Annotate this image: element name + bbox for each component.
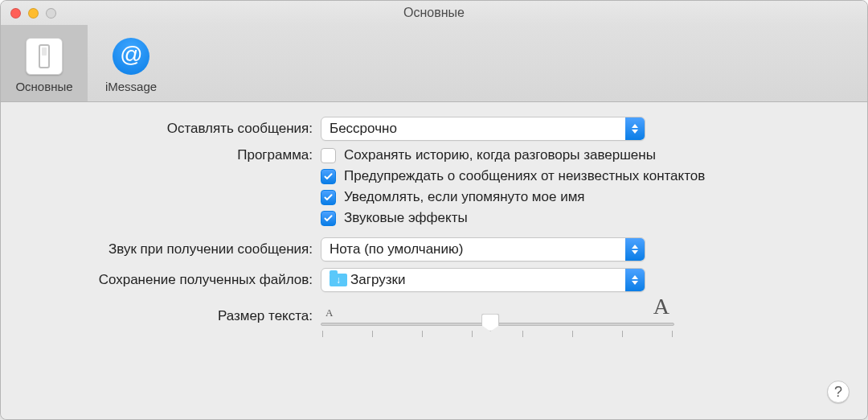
general-preferences-icon [26,38,63,75]
save-files-select[interactable]: Загрузки [321,268,645,292]
folder-icon [330,274,347,286]
tab-general[interactable]: Основные [1,25,88,101]
slider-ticks [321,331,674,337]
check-icon [323,171,334,182]
keep-messages-select[interactable]: Бессрочно [321,117,645,141]
preferences-content: Оставлять сообщения: Бессрочно Программа… [1,102,867,419]
save-files-value: Загрузки [350,272,405,288]
text-size-small-icon: A [326,307,333,318]
window-controls [10,8,56,19]
tab-general-label: Основные [15,80,72,93]
preferences-toolbar: Основные @ iMessage [1,25,867,102]
text-size-slider[interactable]: A A [321,305,674,337]
application-label: Программа: [20,147,321,163]
save-history-label[interactable]: Сохранять историю, когда разговоры завер… [344,147,656,163]
notify-mention-checkbox[interactable] [321,190,336,205]
zoom-window-button[interactable] [46,8,56,19]
warn-unknown-label[interactable]: Предупреждать о сообщениях от неизвестны… [344,168,705,184]
text-size-label: Размер текста: [20,305,321,324]
keep-messages-label: Оставлять сообщения: [20,121,321,137]
warn-unknown-checkbox[interactable] [321,169,336,184]
select-stepper-icon [625,117,645,140]
question-mark-icon: ? [834,384,842,401]
check-icon [323,192,334,203]
window-title: Основные [1,1,867,25]
titlebar: Основные [1,1,867,25]
notify-mention-label[interactable]: Уведомлять, если упомянуто мое имя [344,189,585,205]
close-window-button[interactable] [10,8,21,19]
sound-effects-label[interactable]: Звуковые эффекты [344,210,468,226]
at-sign-icon: @ [113,38,149,75]
save-files-label: Сохранение полученных файлов: [20,272,321,288]
receive-sound-value: Нота (по умолчанию) [330,241,463,257]
keep-messages-value: Бессрочно [330,121,397,137]
slider-thumb[interactable] [481,314,499,331]
select-stepper-icon [625,238,645,261]
help-button[interactable]: ? [827,381,850,403]
preferences-window: Основные Основные @ iMessage Оставлять с… [0,0,868,420]
check-icon [323,213,334,224]
save-history-checkbox[interactable] [321,148,336,163]
receive-sound-label: Звук при получении сообщения: [20,241,321,257]
sound-effects-checkbox[interactable] [321,211,336,226]
tab-imessage-label: iMessage [105,80,157,93]
select-stepper-icon [625,269,645,291]
minimize-window-button[interactable] [28,8,39,19]
text-size-large-icon: A [653,295,669,318]
receive-sound-select[interactable]: Нота (по умолчанию) [321,237,645,261]
tab-imessage[interactable]: @ iMessage [88,25,174,101]
slider-track[interactable] [321,323,674,326]
